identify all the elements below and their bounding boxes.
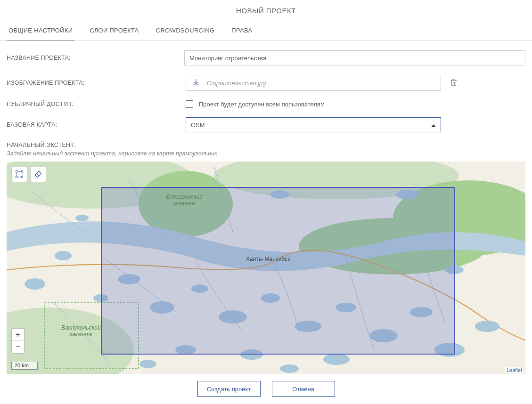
svg-point-22 [475,321,499,332]
basemap-label: БАЗОВАЯ КАРТА: [7,121,186,128]
svg-marker-0 [431,124,436,127]
trash-icon[interactable] [450,78,458,89]
extent-title: НАЧАЛЬНЫЙ ЭКСТЕНТ: [7,142,525,148]
tab-general[interactable]: ОБЩИЕ НАСТРОЙКИ [7,21,74,40]
public-access-checkbox[interactable] [186,100,193,108]
tab-crowdsourcing[interactable]: CROWDSOURCING [154,21,217,40]
map[interactable]: Ханты-Мансийск Елизаровскийзаказник Васп… [7,162,525,374]
map-toolbar [11,166,46,182]
zoom-in-button[interactable]: + [12,329,24,341]
project-name-input[interactable] [184,50,525,65]
tab-layers[interactable]: СЛОИ ПРОЕКТА [88,21,140,40]
extent-hint: Задайте начальный экстент проекта, нарис… [7,150,525,157]
create-project-button[interactable]: Создать проект [197,381,261,397]
footer: Создать проект Отмена [0,374,532,404]
map-attribution[interactable]: Leaflet [505,367,524,373]
public-access-text: Проект будет доступен всем пользователям [199,101,325,108]
cancel-button[interactable]: Отмена [272,381,335,397]
svg-point-27 [323,354,350,365]
draw-rectangle-tool[interactable] [11,166,27,182]
page-title: НОВЫЙ ПРОЕКТ [0,0,532,21]
map-city-label: Ханты-Мансийск [246,256,290,262]
project-name-label: НАЗВАНИЕ ПРОЕКТА: [7,55,184,61]
svg-rect-35 [16,176,17,178]
map-reserve2-label: Васпухольскийзаказник [61,324,101,338]
rectangle-icon [15,170,24,179]
zoom-out-button[interactable]: − [12,341,24,353]
download-icon [192,78,200,88]
tab-rights[interactable]: ПРАВА [229,21,254,40]
svg-point-10 [25,278,45,290]
project-image-placeholder: Строительство.jpg [207,80,266,87]
chevron-up-icon [431,121,436,129]
svg-rect-36 [21,176,23,178]
basemap-select[interactable]: OSM [186,117,441,132]
svg-point-26 [280,364,299,373]
erase-tool[interactable] [30,166,46,182]
svg-point-9 [55,251,72,260]
svg-point-24 [139,360,156,368]
project-image-upload[interactable]: Строительство.jpg [186,75,441,91]
public-access-label: ПУБЛИЧНЫЙ ДОСТУП: [7,101,186,107]
project-image-label: ИЗОБРАЖЕНИЕ ПРОЕКТА: [7,80,186,86]
form-general: НАЗВАНИЕ ПРОЕКТА: ИЗОБРАЖЕНИЕ ПРОЕКТА: С… [0,41,532,132]
svg-rect-33 [16,171,17,172]
map-reserve1-label: Елизаровскийзаказник [166,194,203,207]
eraser-icon [33,170,43,179]
zoom-controls: + − [11,328,25,354]
svg-rect-34 [21,171,23,172]
svg-point-28 [75,215,89,221]
basemap-value: OSM [191,121,205,129]
extent-section: НАЧАЛЬНЫЙ ЭКСТЕНТ: Задайте начальный экс… [0,142,532,157]
tabs: ОБЩИЕ НАСТРОЙКИ СЛОИ ПРОЕКТА CROWDSOURCI… [0,21,532,41]
scale-bar: 20 km [11,362,38,370]
extent-rectangle[interactable] [101,187,455,355]
